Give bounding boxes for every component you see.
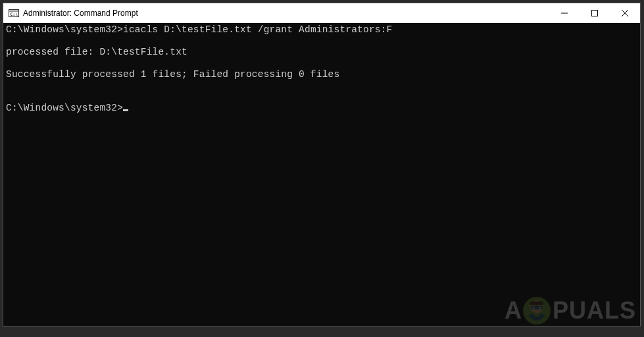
command-text: icacls D:\testFile.txt /grant Administra… <box>123 24 392 35</box>
text-cursor <box>123 109 128 111</box>
prompt: C:\Windows\system32> <box>6 103 123 113</box>
terminal-line: C:\Windows\system32> <box>6 103 637 114</box>
window-title: Administrator: Command Prompt <box>23 9 138 18</box>
prompt: C:\Windows\system32> <box>6 24 123 35</box>
titlebar[interactable]: C:\ Administrator: Command Prompt <box>3 3 640 23</box>
svg-text:C:\: C:\ <box>10 11 18 16</box>
terminal-output[interactable]: C:\Windows\system32>icacls D:\testFile.t… <box>3 23 640 326</box>
maximize-button[interactable] <box>580 3 610 22</box>
minimize-button[interactable] <box>549 3 580 22</box>
terminal-line: processed file: D:\testFile.txt <box>6 47 637 58</box>
close-button[interactable] <box>610 3 640 22</box>
window-controls <box>549 3 640 22</box>
cmd-icon: C:\ <box>9 8 19 18</box>
terminal-line: C:\Windows\system32>icacls D:\testFile.t… <box>6 24 637 36</box>
terminal-line: Successfully processed 1 files; Failed p… <box>6 69 637 80</box>
command-prompt-window: C:\ Administrator: Command Prompt C:\Win… <box>3 3 641 326</box>
svg-rect-4 <box>592 10 598 16</box>
